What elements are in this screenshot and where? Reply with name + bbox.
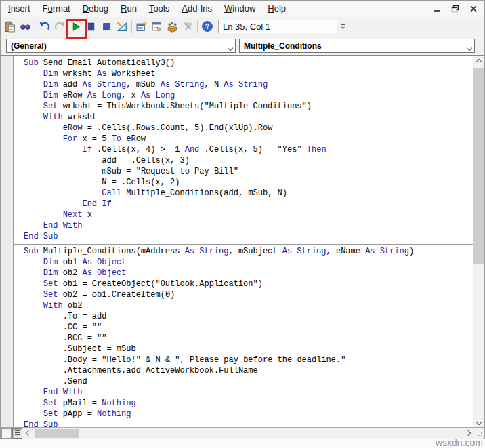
close-button[interactable]: [468, 3, 479, 14]
toolbar-separator: [35, 20, 35, 33]
watermark: wsxdn.com: [436, 437, 483, 448]
code-line: Set ob1 = CreateObject("Outlook.Applicat…: [24, 279, 473, 289]
screenshot-canvas: Insert Format Debug Run Tools Add-Ins Wi…: [0, 0, 485, 448]
code-line: Dim eRow As Long, x As Long: [24, 90, 473, 101]
break-icon: [85, 21, 97, 33]
code-line: Dim ob2 As Object: [24, 268, 473, 279]
reset-button[interactable]: [99, 18, 114, 35]
line-col-indicator: Ln 35, Col 1: [218, 20, 337, 33]
scroll-up-button[interactable]: [473, 56, 484, 67]
code-line: Call Multiple_Conditions(add, mSub, N): [24, 188, 473, 199]
restore-button[interactable]: [450, 3, 461, 14]
restore-icon: [451, 5, 459, 13]
toolbar-options-button[interactable]: [338, 20, 347, 33]
combo-row: (General) Multiple_Conditions: [1, 36, 484, 55]
code-line: End With: [24, 387, 473, 398]
menu-item-window[interactable]: Window: [218, 1, 261, 17]
object-browser-button[interactable]: [165, 18, 180, 35]
chevron-right-icon: [465, 430, 470, 436]
code-line: Set ob2 = ob1.CreateItem(0): [24, 289, 473, 300]
object-dropdown[interactable]: (General): [6, 39, 236, 53]
code-line: .CC = "": [24, 322, 473, 333]
code-line: .BCC = "": [24, 333, 473, 344]
help-button[interactable]: ?: [199, 18, 215, 35]
menu-item-add-ins[interactable]: Add-Ins: [175, 1, 218, 17]
code-line: eRow = .Cells(.Rows.Count, 5).End(xlUp).…: [24, 123, 473, 134]
menu-item-insert[interactable]: Insert: [2, 1, 37, 17]
code-line: Dim add As String, mSub As String, N As …: [24, 79, 473, 90]
vba-editor-window: Insert Format Debug Run Tools Add-Ins Wi…: [0, 0, 485, 439]
menu-bar: Insert Format Debug Run Tools Add-Ins Wi…: [1, 1, 484, 17]
chevron-left-icon: [25, 430, 30, 436]
menu-item-debug[interactable]: Debug: [77, 1, 114, 17]
minimize-button[interactable]: [431, 3, 442, 14]
scroll-down-button[interactable]: [473, 417, 484, 428]
design-mode-button[interactable]: [114, 18, 130, 35]
run-icon: [70, 21, 81, 33]
code-line: Sub Send_Email_Automatically3(): [24, 58, 473, 68]
window-controls: [431, 1, 479, 17]
vertical-scrollbar[interactable]: [473, 56, 484, 428]
horizontal-scrollbar-thumb[interactable]: [35, 429, 79, 438]
code-line: Dim wrksht As Worksheet: [24, 68, 473, 79]
code-line: .To = add: [24, 311, 473, 322]
run-button[interactable]: [68, 18, 83, 35]
project-explorer-icon: [135, 21, 147, 33]
code-line: Set pMail = Nothing: [24, 398, 473, 409]
standard-toolbar: ? Ln 35, Col 1: [1, 17, 484, 36]
chevron-up-icon: [476, 59, 482, 64]
properties-window-icon: [151, 21, 163, 33]
undo-button[interactable]: [37, 18, 52, 35]
code-line: With wrksht: [24, 112, 473, 123]
redo-button[interactable]: [52, 18, 68, 35]
horizontal-scrollbar-row: [1, 427, 484, 439]
code-editor-pane: Sub Send_Email_Automatically3() Dim wrks…: [1, 55, 484, 428]
scroll-left-button[interactable]: [22, 428, 34, 439]
code-line: .Send: [24, 376, 473, 387]
svg-text:?: ?: [205, 22, 209, 30]
undo-icon: [39, 21, 50, 33]
find-button[interactable]: [18, 18, 33, 35]
reset-icon: [101, 21, 112, 33]
chevron-down-icon: [476, 420, 482, 425]
code-line: Next x: [24, 209, 473, 220]
menu-item-format[interactable]: Format: [37, 1, 77, 17]
paste-icon: [4, 21, 16, 33]
redo-icon: [54, 21, 66, 33]
code-line: If .Cells(x, 4) >= 1 And .Cells(x, 5) = …: [24, 144, 473, 155]
object-browser-icon: [167, 21, 178, 33]
close-icon: [469, 5, 478, 13]
code-line: .Body = "Hello!" & N & ", Please pay bef…: [24, 354, 473, 365]
vertical-scrollbar-thumb[interactable]: [473, 68, 484, 264]
code-line: Sub Multiple_Conditions(mAddress As Stri…: [24, 246, 473, 257]
code-line: .Subject = mSub: [24, 344, 473, 354]
toolbox-button[interactable]: [180, 18, 196, 35]
menu-item-help[interactable]: Help: [261, 1, 292, 17]
chevron-down-icon: [467, 43, 471, 52]
margin-indicator-bar[interactable]: [1, 56, 14, 428]
find-icon: [20, 21, 31, 33]
help-icon: ?: [201, 20, 213, 33]
code-line: For x = 5 To eRow: [24, 134, 473, 144]
menu-item-run[interactable]: Run: [114, 1, 143, 17]
paste-button[interactable]: [2, 18, 18, 35]
procedure-dropdown[interactable]: Multiple_Conditions: [239, 39, 475, 53]
chevron-down-icon: [228, 43, 232, 52]
procedure-separator: [14, 244, 473, 245]
procedure-view-button[interactable]: [1, 428, 12, 439]
toolbar-separator: [197, 20, 198, 33]
code-line: End If: [24, 199, 473, 209]
toolbar-separator: [131, 20, 132, 33]
code-line: add = .Cells(x, 3): [24, 155, 473, 166]
break-button[interactable]: [83, 18, 99, 35]
project-explorer-button[interactable]: [133, 18, 149, 35]
code-line: .Attachments.add ActiveWorkbook.FullName: [24, 365, 473, 376]
code-line: Set wrksht = ThisWorkbook.Sheets("Multip…: [24, 101, 473, 112]
procedure-view-icon: [4, 432, 9, 435]
code-editor[interactable]: Sub Send_Email_Automatically3() Dim wrks…: [14, 56, 473, 428]
full-module-view-button[interactable]: [12, 428, 22, 439]
design-mode-icon: [117, 21, 128, 33]
properties-window-button[interactable]: [149, 18, 165, 35]
code-line: End Sub: [24, 231, 473, 242]
menu-item-tools[interactable]: Tools: [143, 1, 175, 17]
